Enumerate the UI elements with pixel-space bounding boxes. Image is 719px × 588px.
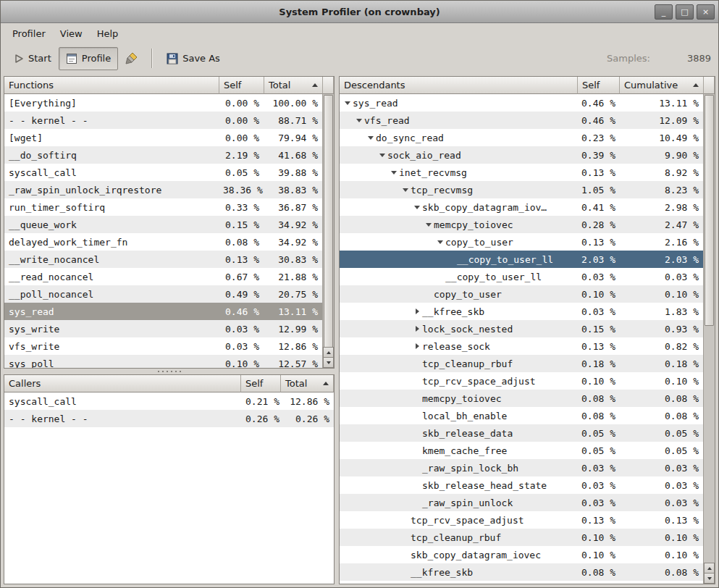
expander-open-icon[interactable] [424,223,434,227]
expander-open-icon[interactable] [435,240,445,244]
expander-open-icon[interactable] [377,154,387,157]
table-row[interactable]: copy_to_user0.10 %0.10 % [340,285,703,303]
start-button[interactable]: Start [7,47,59,70]
descendant-name: tcp_cleanup_rbuf [422,358,513,369]
table-row[interactable]: delayed_work_timer_fn0.08 %34.92 % [4,233,322,251]
descendants-column-header[interactable]: Descendants [340,77,578,94]
descendants-cumulative-header[interactable]: Cumulative [620,77,704,94]
table-row[interactable]: _raw_spin_unlock0.03 %0.03 % [340,494,703,511]
maximize-button[interactable]: □ [676,4,694,20]
scroll-up-button[interactable] [704,563,715,573]
table-row[interactable]: tcp_recvmsg1.05 %8.23 % [340,181,703,198]
profile-button[interactable]: Profile [59,47,118,70]
table-row[interactable]: _raw_spin_unlock_irqrestore38.36 %38.83 … [4,181,322,198]
self-value: 0.08 % [577,393,619,404]
table-row[interactable]: __kfree_skb0.03 %1.83 % [340,303,703,320]
table-row[interactable]: vfs_write0.03 %12.86 % [4,337,322,355]
table-row[interactable]: - - kernel - -0.00 %88.71 % [4,112,322,129]
table-row[interactable]: memcpy_toiovec0.08 %0.08 % [340,390,703,407]
table-row[interactable]: __queue_work0.15 %34.92 % [4,216,322,233]
table-row[interactable]: memcpy_toiovec0.28 %2.47 % [340,216,703,233]
table-row[interactable]: skb_copy_datagram_iov…0.41 %2.98 % [340,198,703,216]
self-value: 0.13 % [219,254,264,265]
functions-self-header[interactable]: Self [219,77,264,94]
functions-column-header[interactable]: Functions [4,77,219,94]
expander-open-icon[interactable] [389,171,399,175]
table-row[interactable]: tcp_rcv_space_adjust0.13 %0.13 % [340,511,703,529]
horizontal-splitter[interactable] [4,369,335,374]
table-row[interactable]: __do_softirq2.19 %41.68 % [4,146,322,164]
scrollbar-thumb[interactable] [705,95,714,326]
scroll-down-button[interactable] [704,573,715,584]
table-row[interactable]: sock_aio_read0.39 %9.90 % [340,146,703,164]
scroll-down-button[interactable] [323,357,334,368]
functions-header-label: Functions [9,80,54,91]
table-row[interactable]: tcp_cleanup_rbuf0.18 %0.18 % [340,355,703,372]
callers-total-header[interactable]: Total [281,375,334,392]
table-row[interactable]: copy_to_user0.13 %2.16 % [340,233,703,251]
table-row[interactable]: tcp_cleanup_rbuf0.10 %0.10 % [340,529,703,546]
self-value: 0.18 % [577,358,619,369]
minimize-button[interactable]: _ [655,4,673,20]
expander-closed-icon[interactable] [412,308,422,314]
close-button[interactable]: × [697,4,715,20]
table-row[interactable]: do_sync_read0.23 %10.49 % [340,129,703,146]
table-row[interactable]: __copy_to_user_ll2.03 %2.03 % [340,251,703,268]
table-row[interactable]: run_timer_softirq0.33 %36.87 % [4,198,322,216]
expander-open-icon[interactable] [342,101,353,105]
callers-self-header[interactable]: Self [241,375,281,392]
scrollbar-trough[interactable] [323,94,334,347]
scroll-up-button[interactable] [323,347,334,357]
table-row[interactable]: local_bh_enable0.08 %0.08 % [340,407,703,424]
table-row[interactable]: __read_nocancel0.67 %21.88 % [4,268,322,285]
table-row[interactable]: _raw_spin_unlock_bh0.03 %0.03 % [340,581,703,584]
expander-open-icon[interactable] [412,206,422,209]
table-row[interactable]: vfs_read0.46 %12.09 % [340,112,703,129]
expander-open-icon[interactable] [400,188,411,192]
functions-scrollbar[interactable] [322,94,334,368]
descendants-scrollbar[interactable] [703,94,715,584]
menu-profiler[interactable]: Profiler [5,23,53,43]
expander-open-icon[interactable] [366,136,376,140]
table-row[interactable]: _raw_spin_lock_bh0.03 %0.03 % [340,459,703,476]
table-row[interactable]: sys_write0.03 %12.99 % [4,320,322,337]
expander-closed-icon[interactable] [412,343,422,349]
table-row[interactable]: syscall_call0.05 %39.88 % [4,164,322,181]
callers-column-header[interactable]: Callers [4,375,241,392]
cumulative-value: 0.03 % [619,480,703,491]
titlebar[interactable]: System Profiler (on crownbay) _ □ × [1,1,718,23]
table-row[interactable]: inet_recvmsg0.13 %8.92 % [340,164,703,181]
table-row[interactable]: __poll_nocancel0.49 %20.75 % [4,285,322,303]
scrollbar-trough[interactable] [704,94,715,563]
scrollbar-thumb[interactable] [324,95,333,348]
table-row[interactable]: sys_poll0.10 %12.57 % [4,355,322,368]
save-as-button[interactable]: Save As [159,47,227,70]
expander-open-icon[interactable] [354,119,364,122]
menu-view[interactable]: View [53,23,90,43]
total-header-label: Total [269,80,290,91]
table-row[interactable]: __kfree_skb0.08 %0.08 % [340,563,703,581]
table-row[interactable]: lock_sock_nested0.15 %0.93 % [340,320,703,337]
menu-help[interactable]: Help [90,23,126,43]
clear-button[interactable] [118,47,144,70]
table-row[interactable]: [wget]0.00 %79.94 % [4,129,322,146]
table-row[interactable]: [Everything]0.00 %100.00 % [4,94,322,112]
functions-total-header[interactable]: Total [264,77,323,94]
table-row[interactable]: sys_read0.46 %13.11 % [340,94,703,112]
total-value: 100.00 % [264,98,322,109]
table-row[interactable]: sys_read0.46 %13.11 % [4,303,322,320]
table-row[interactable]: syscall_call0.21 %12.86 % [4,392,334,410]
table-row[interactable]: __write_nocancel0.13 %30.83 % [4,251,322,268]
table-row[interactable]: - - kernel - -0.26 %0.26 % [4,410,334,427]
table-row[interactable]: __copy_to_user_ll0.03 %0.03 % [340,268,703,285]
table-row[interactable]: skb_copy_datagram_iovec0.10 %0.10 % [340,546,703,563]
table-row[interactable]: skb_release_head_state0.03 %0.03 % [340,476,703,494]
expander-closed-icon[interactable] [412,326,422,332]
table-row[interactable]: release_sock0.13 %0.82 % [340,337,703,355]
table-row[interactable]: skb_release_data0.05 %0.05 % [340,424,703,442]
self-value: 0.03 % [219,341,264,352]
table-row[interactable]: kmem_cache_free0.05 %0.05 % [340,442,703,459]
descendant-name: vfs_read [364,115,410,126]
descendants-self-header[interactable]: Self [578,77,620,94]
table-row[interactable]: tcp_rcv_space_adjust0.10 %0.10 % [340,372,703,390]
